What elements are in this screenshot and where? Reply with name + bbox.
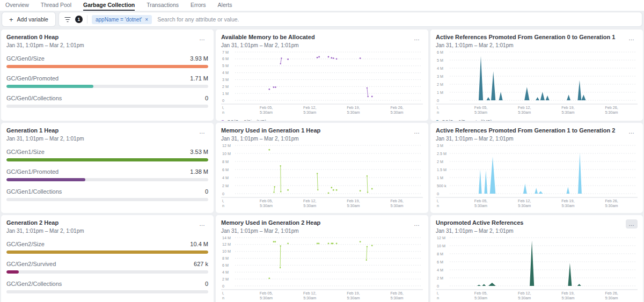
panel-menu-button[interactable]: …: [411, 127, 423, 136]
search-input[interactable]: [156, 16, 636, 23]
svg-text:l,: l,: [437, 198, 439, 203]
tab-thread-pool[interactable]: Thread Pool: [41, 0, 71, 11]
metric-value: 1.71 M: [190, 75, 208, 82]
plus-icon: +: [9, 16, 13, 23]
panel-subtitle: Jan 31, 1:01pm – Mar 2, 1:01pm: [6, 228, 84, 234]
tab-errors[interactable]: Errors: [191, 0, 206, 11]
tab-alerts[interactable]: Alerts: [218, 0, 232, 11]
svg-text:10 M: 10 M: [222, 151, 231, 156]
tab-overview[interactable]: Overview: [5, 0, 29, 11]
metric-bar-track: [6, 251, 208, 254]
add-variable-label: Add variable: [17, 16, 48, 23]
svg-text:8 M: 8 M: [222, 159, 229, 164]
svg-text:6 M: 6 M: [437, 49, 443, 54]
svg-text:6 M: 6 M: [437, 259, 443, 264]
svg-text:Feb 19,: Feb 19,: [347, 291, 360, 296]
svg-text:7 M: 7 M: [222, 49, 229, 54]
data-series: [450, 56, 636, 100]
y-gridlines: 12 M10 M8 M6 M4 M2 M0: [437, 235, 636, 288]
x-axis-labels: Feb 05,5:30amFeb 12,5:30amFeb 19,5:30amF…: [437, 105, 618, 115]
svg-text:Feb 26,: Feb 26,: [605, 198, 618, 203]
svg-text:5:30am: 5:30am: [391, 203, 404, 208]
svg-text:5:30am: 5:30am: [605, 296, 618, 300]
x-axis-labels: Feb 05,5:30amFeb 12,5:30amFeb 19,5:30amF…: [222, 291, 404, 300]
panel-gen1-memory-used: Memory Used in Generation 1 HeapJan 31, …: [216, 123, 428, 213]
panel-title: Generation 1 Heap: [6, 127, 84, 135]
svg-text:5:30am: 5:30am: [303, 296, 316, 300]
svg-text:Feb 05,: Feb 05,: [260, 291, 273, 296]
svg-text:n: n: [222, 203, 224, 208]
legend[interactable]: GC/Gen1/Promoted(MB): [436, 212, 638, 213]
svg-text:1 M: 1 M: [222, 91, 229, 95]
svg-text:1.5 M: 1.5 M: [437, 167, 447, 172]
svg-text:5:30am: 5:30am: [561, 110, 574, 115]
svg-text:5:30am: 5:30am: [391, 110, 404, 115]
svg-text:4 M: 4 M: [437, 65, 443, 70]
panel-menu-button[interactable]: …: [196, 219, 208, 229]
metric-row: GC/Gen1/Size3.53 M: [6, 149, 208, 161]
svg-text:Feb 05,: Feb 05,: [260, 105, 273, 110]
metric-row: GC/Gen2/Size10.4 M: [6, 241, 208, 254]
panel-menu-button[interactable]: …: [626, 219, 638, 229]
svg-text:Feb 12,: Feb 12,: [303, 291, 316, 296]
metric-label: GC/Gen2/Survived: [6, 261, 56, 267]
svg-text:l,: l,: [222, 105, 224, 110]
filter-count-badge[interactable]: 1: [75, 16, 83, 23]
data-series: [268, 149, 372, 194]
panel-subtitle: Jan 31, 1:01pm – Mar 2, 1:01pm: [436, 42, 615, 48]
metric-bar-track: [6, 198, 208, 201]
metric-bar-track: [6, 178, 208, 181]
panel-generation-0-heap: Generation 0 HeapJan 31, 1:01pm – Mar 2,…: [1, 30, 214, 121]
tab-transactions[interactable]: Transactions: [147, 0, 179, 11]
divider: [87, 15, 87, 24]
legend-dot-icon: [436, 120, 439, 121]
panel-menu-button[interactable]: …: [626, 34, 638, 43]
dashboard-grid: Generation 0 HeapJan 31, 1:01pm – Mar 2,…: [0, 28, 644, 302]
svg-text:Feb 26,: Feb 26,: [390, 291, 403, 296]
metric-value: 0: [205, 281, 208, 287]
metric-value: 0: [205, 95, 208, 101]
filter-funnel-icon[interactable]: [64, 17, 71, 23]
svg-text:4 M: 4 M: [222, 270, 229, 275]
svg-text:12 M: 12 M: [222, 242, 231, 247]
metric-bar-fill: [6, 65, 208, 68]
svg-text:Feb 26,: Feb 26,: [605, 105, 618, 110]
svg-text:5:30am: 5:30am: [260, 296, 273, 300]
metric-label: GC/Gen0/Size: [6, 55, 45, 62]
panel-menu-button[interactable]: …: [196, 127, 208, 136]
chip-close-icon[interactable]: ×: [145, 17, 148, 23]
svg-text:5:30am: 5:30am: [561, 203, 574, 208]
panel-gen2-memory-used: Memory Used in Generation 2 HeapJan 31, …: [216, 215, 428, 302]
svg-text:0: 0: [437, 98, 439, 102]
chart-canvas: 14 M12 M10 M8 M6 M4 M2 M0Feb 05,5:30amFe…: [221, 235, 423, 302]
metric-label: GC/Gen1/Size: [6, 149, 45, 155]
legend[interactable]: GC/Gen0/Size(MB): [221, 119, 423, 121]
metric-bar-track: [6, 65, 208, 68]
x-axis-labels: Feb 05,5:30amFeb 12,5:30amFeb 19,5:30amF…: [437, 198, 618, 208]
panel-menu-button[interactable]: …: [411, 219, 423, 229]
filter-chip-appname[interactable]: appName = 'dotnet' ×: [92, 15, 152, 24]
panel-subtitle: Jan 31, 1:01pm – Mar 2, 1:01pm: [6, 42, 84, 48]
panel-generation-2-heap: Generation 2 HeapJan 31, 1:01pm – Mar 2,…: [1, 215, 214, 302]
svg-text:6 M: 6 M: [222, 263, 229, 268]
svg-text:Feb 19,: Feb 19,: [561, 105, 574, 110]
panel-menu-button[interactable]: …: [626, 127, 638, 136]
svg-text:12 M: 12 M: [437, 235, 445, 240]
data-series: [450, 240, 636, 286]
svg-text:8 M: 8 M: [222, 256, 229, 261]
panel-menu-button[interactable]: …: [196, 34, 208, 43]
svg-text:l,: l,: [437, 291, 439, 296]
panel-menu-button[interactable]: …: [411, 34, 423, 43]
legend-label: GC/Gen1/Promoted(MB): [442, 212, 492, 213]
tab-garbage-collection[interactable]: Garbage Collection: [83, 0, 135, 11]
metric-row: GC/Gen0/Size3.93 M: [6, 55, 208, 68]
svg-text:5:30am: 5:30am: [518, 203, 531, 208]
svg-text:Feb 12,: Feb 12,: [518, 291, 531, 296]
add-variable-button[interactable]: + Add variable: [2, 12, 55, 26]
svg-text:5:30am: 5:30am: [391, 296, 404, 300]
legend[interactable]: GC/Gen0/Promoted(MB): [436, 119, 638, 121]
y-gridlines: 14 M12 M10 M8 M6 M4 M2 M0: [222, 235, 422, 288]
legend[interactable]: GC/Gen1/Size(MB): [221, 212, 423, 213]
y-gridlines: 3 M2.5 M2 M1.5 M1 M500 k0: [437, 143, 636, 196]
metric-row: GC/Gen2/Survived627 k: [6, 261, 208, 274]
